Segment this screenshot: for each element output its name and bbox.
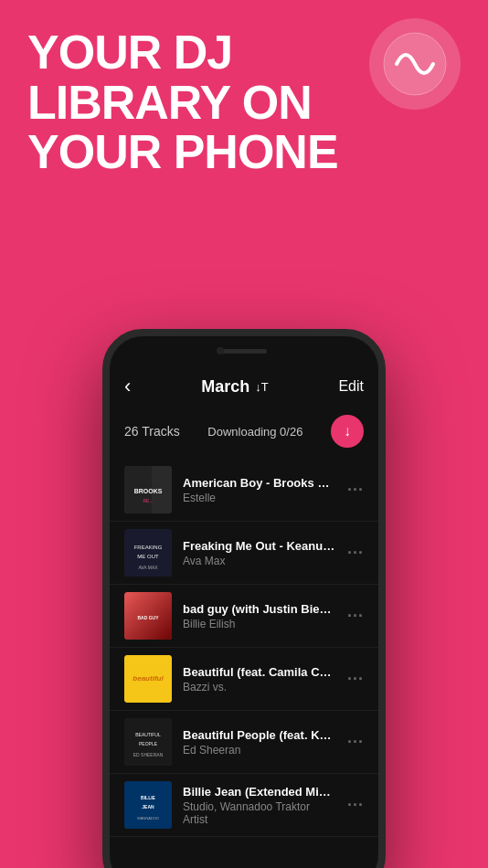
svg-text:RE...: RE... [143, 498, 153, 503]
hero-section: YOUR DJ LIBRARY ON YOUR PHONE [27, 27, 338, 177]
svg-text:WANNADOO: WANNADOO [137, 816, 159, 820]
svg-text:BEAUTIFUL: BEAUTIFUL [135, 732, 161, 737]
download-button[interactable]: ↓ [331, 415, 364, 448]
phone-frame: ‹ March ↓T Edit 26 Tracks Downloading 0/… [102, 329, 386, 868]
nav-bar: ‹ March ↓T Edit [110, 365, 378, 406]
phone-speaker [221, 349, 267, 354]
track-art-1: BROOKS RE... [124, 466, 172, 513]
art-image-4: beautiful [124, 655, 172, 703]
track-art-2: FREAKING ME OUT AVA MAX [124, 529, 172, 577]
track-item[interactable]: BILLIE JEAN WANNADOO Billie Jean (Extend… [110, 774, 378, 837]
playlist-title: March [201, 377, 249, 397]
track-more-5[interactable]: ··· [347, 733, 364, 752]
tracks-count: 26 Tracks [124, 424, 180, 439]
track-info-1: American Boy - Brooks Re... Estelle [183, 476, 336, 504]
art-image-3: BAD GUY [124, 592, 172, 640]
track-info-2: Freaking Me Out - Keanu S... Ava Max [183, 539, 336, 567]
track-art-4: beautiful [124, 655, 172, 703]
art-image-2: FREAKING ME OUT AVA MAX [124, 529, 172, 577]
track-more-6[interactable]: ··· [347, 796, 364, 815]
track-name-3: bad guy (with Justin Bieber) [183, 602, 336, 616]
edit-button[interactable]: Edit [338, 378, 364, 395]
track-name-6: Billie Jean (Extended Mix) ... [183, 785, 336, 799]
track-item[interactable]: BROOKS RE... American Boy - Brooks Re...… [110, 459, 378, 522]
track-artist-1: Estelle [183, 492, 336, 504]
track-name-2: Freaking Me Out - Keanu S... [183, 539, 336, 553]
track-name-4: Beautiful (feat. Camila Cab... [183, 665, 336, 679]
downloading-status: Downloading 0/26 [207, 425, 302, 439]
track-more-1[interactable]: ··· [347, 481, 364, 500]
phone-top-bar [110, 336, 378, 365]
track-info-4: Beautiful (feat. Camila Cab... Bazzi vs. [183, 665, 336, 693]
track-artist-6: Studio, Wannadoo Traktor Artist [183, 800, 336, 826]
track-artist-2: Ava Max [183, 555, 336, 567]
hero-title: YOUR DJ LIBRARY ON YOUR PHONE [27, 27, 338, 177]
track-item[interactable]: beautiful Beautiful (feat. Camila Cab...… [110, 648, 378, 711]
svg-text:AVA MAX: AVA MAX [138, 565, 158, 570]
app-screen: ‹ March ↓T Edit 26 Tracks Downloading 0/… [110, 365, 378, 868]
art-image-6: BILLIE JEAN WANNADOO [124, 781, 172, 829]
track-artist-3: Billie Eilish [183, 618, 336, 630]
track-name-5: Beautiful People (feat. Kha... [183, 728, 336, 742]
track-artist-5: Ed Sheeran [183, 744, 336, 757]
track-item[interactable]: BEAUTIFUL PEOPLE ED SHEERAN Beautiful Pe… [110, 711, 378, 774]
track-info-6: Billie Jean (Extended Mix) ... Studio, W… [183, 785, 336, 826]
svg-text:BROOKS: BROOKS [134, 488, 163, 494]
track-more-2[interactable]: ··· [347, 544, 364, 563]
svg-text:ME OUT: ME OUT [137, 554, 159, 559]
svg-text:BILLIE: BILLIE [141, 795, 155, 800]
track-name-1: American Boy - Brooks Re... [183, 476, 336, 490]
track-more-4[interactable]: ··· [347, 670, 364, 689]
sort-label[interactable]: ↓T [255, 380, 268, 394]
svg-text:ED SHEERAN: ED SHEERAN [133, 752, 164, 757]
track-item[interactable]: FREAKING ME OUT AVA MAX Freaking Me Out … [110, 522, 378, 585]
art-image-1: BROOKS RE... [124, 466, 172, 513]
download-icon: ↓ [344, 423, 351, 439]
track-info-3: bad guy (with Justin Bieber) Billie Eili… [183, 602, 336, 630]
track-more-3[interactable]: ··· [347, 607, 364, 626]
svg-text:JEAN: JEAN [142, 804, 154, 810]
art-image-5: BEAUTIFUL PEOPLE ED SHEERAN [124, 718, 172, 766]
svg-text:FREAKING: FREAKING [134, 545, 163, 550]
phone-camera [217, 347, 224, 355]
nav-title-area: March ↓T [201, 377, 268, 397]
svg-text:PEOPLE: PEOPLE [139, 741, 158, 746]
track-item[interactable]: BAD GUY bad guy (with Justin Bieber) Bil… [110, 585, 378, 648]
track-artist-4: Bazzi vs. [183, 681, 336, 693]
track-list: BROOKS RE... American Boy - Brooks Re...… [110, 459, 378, 837]
back-button[interactable]: ‹ [124, 375, 131, 398]
logo-icon [383, 32, 447, 96]
track-art-5: BEAUTIFUL PEOPLE ED SHEERAN [124, 718, 172, 766]
svg-text:beautiful: beautiful [133, 674, 164, 683]
tracks-bar: 26 Tracks Downloading 0/26 ↓ [110, 406, 378, 459]
track-info-5: Beautiful People (feat. Kha... Ed Sheera… [183, 728, 336, 757]
svg-text:BAD GUY: BAD GUY [137, 615, 159, 620]
track-art-6: BILLIE JEAN WANNADOO [124, 781, 172, 829]
app-logo [369, 18, 461, 110]
track-art-3: BAD GUY [124, 592, 172, 640]
